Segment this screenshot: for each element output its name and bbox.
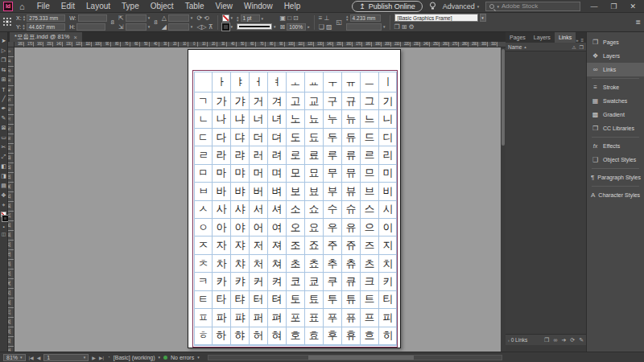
consonant-cell[interactable]: ㅅ bbox=[195, 201, 213, 219]
syllable-cell[interactable]: 투 bbox=[324, 291, 342, 309]
vowel-header-cell[interactable]: ㅡ bbox=[361, 72, 379, 93]
consonant-cell[interactable]: ㄴ bbox=[195, 110, 213, 128]
syllable-cell[interactable]: 처 bbox=[250, 255, 268, 273]
syllable-cell[interactable]: 티 bbox=[379, 291, 398, 309]
syllable-cell[interactable]: 켜 bbox=[268, 273, 287, 290]
vertical-scrollbar-thumb[interactable] bbox=[502, 49, 505, 146]
syllable-cell[interactable]: 코 bbox=[287, 273, 305, 290]
horizontal-scrollbar[interactable] bbox=[208, 355, 502, 360]
consonant-cell[interactable]: ㅎ bbox=[195, 327, 213, 345]
stroke-type-dropdown[interactable] bbox=[237, 23, 272, 30]
y-position-field[interactable]: 44.667 mm bbox=[27, 23, 65, 31]
syllable-cell[interactable]: 자 bbox=[213, 237, 231, 254]
corner-radius-field[interactable]: 4.233 mm bbox=[350, 14, 381, 22]
syllable-cell[interactable]: 모 bbox=[287, 165, 305, 183]
syllable-cell[interactable]: 라 bbox=[213, 146, 231, 164]
syllable-cell[interactable]: 크 bbox=[361, 273, 379, 290]
syllable-cell[interactable]: 츠 bbox=[361, 255, 379, 273]
syllable-cell[interactable]: 터 bbox=[250, 291, 268, 309]
syllable-cell[interactable]: 퍼 bbox=[250, 309, 268, 327]
syllable-cell[interactable]: 휴 bbox=[342, 327, 361, 345]
next-page-button[interactable]: ▶ bbox=[92, 355, 96, 360]
syllable-cell[interactable]: 텨 bbox=[268, 291, 287, 309]
syllable-cell[interactable]: 초 bbox=[287, 255, 305, 273]
menu-window[interactable]: Window bbox=[238, 0, 279, 13]
vowel-header-cell[interactable]: ㅜ bbox=[324, 72, 342, 93]
syllable-cell[interactable]: 추 bbox=[324, 255, 342, 273]
vowel-header-cell[interactable]: ㅕ bbox=[268, 72, 287, 93]
syllable-cell[interactable]: 브 bbox=[361, 183, 379, 200]
syllable-cell[interactable]: 어 bbox=[250, 219, 268, 237]
scissors-tool[interactable]: ✂ bbox=[0, 142, 8, 152]
syllable-cell[interactable]: 갸 bbox=[231, 93, 250, 110]
dock-item-effects[interactable]: fxEffects bbox=[587, 139, 644, 153]
type-tool[interactable]: T bbox=[0, 84, 8, 94]
horizontal-scrollbar-thumb[interactable] bbox=[308, 356, 414, 360]
syllable-cell[interactable]: 먀 bbox=[231, 165, 250, 183]
syllable-cell[interactable]: 벼 bbox=[268, 183, 287, 200]
select-content-icon[interactable]: □ bbox=[287, 14, 291, 22]
syllable-cell[interactable]: 쳐 bbox=[268, 255, 287, 273]
syllable-cell[interactable]: 누 bbox=[324, 110, 342, 128]
syllable-cell[interactable]: 타 bbox=[213, 291, 231, 309]
syllable-cell[interactable]: 샤 bbox=[231, 201, 250, 219]
syllable-cell[interactable]: 댜 bbox=[231, 129, 250, 146]
syllable-cell[interactable]: 트 bbox=[361, 291, 379, 309]
last-page-button[interactable]: ▶| bbox=[99, 355, 104, 360]
width-field[interactable] bbox=[78, 14, 107, 22]
rectangle-tool[interactable]: ▭ bbox=[0, 133, 8, 142]
wrap-bounding-icon[interactable]: ⊥ bbox=[324, 14, 329, 22]
rotate-ccw-icon[interactable]: ⟲ bbox=[204, 14, 209, 22]
consonant-cell[interactable]: ㄱ bbox=[195, 93, 213, 110]
content-collector-tool[interactable]: ⊞ bbox=[0, 75, 8, 84]
document-tab[interactable]: *모음표.indd @ 81% × bbox=[10, 32, 82, 42]
gap-tool[interactable]: ⇆ bbox=[0, 65, 8, 75]
dock-item-object-styles[interactable]: ❑Object Styles bbox=[587, 153, 644, 167]
reference-point-proxy[interactable] bbox=[3, 18, 12, 27]
syllable-cell[interactable]: 로 bbox=[287, 146, 305, 164]
fit-content-icon[interactable]: ⊞ bbox=[402, 23, 407, 31]
syllable-cell[interactable]: 뷰 bbox=[342, 183, 361, 200]
syllable-cell[interactable]: 치 bbox=[379, 255, 398, 273]
restore-button[interactable]: ❐ bbox=[607, 2, 620, 10]
syllable-cell[interactable]: 표 bbox=[305, 309, 324, 327]
menu-layout[interactable]: Layout bbox=[80, 0, 116, 13]
syllable-cell[interactable]: 저 bbox=[250, 237, 268, 254]
syllable-cell[interactable]: 부 bbox=[324, 183, 342, 200]
previous-page-button[interactable]: ◀ bbox=[37, 355, 41, 360]
syllable-cell[interactable]: 뎌 bbox=[268, 129, 287, 146]
syllable-cell[interactable]: 르 bbox=[361, 146, 379, 164]
scale-y-field[interactable] bbox=[126, 23, 147, 31]
syllable-cell[interactable]: 펴 bbox=[268, 309, 287, 327]
menu-table[interactable]: Table bbox=[180, 0, 210, 13]
vowel-header-cell[interactable]: ㅣ bbox=[379, 72, 398, 93]
rotate-cw-icon[interactable]: ⟳ bbox=[196, 14, 202, 22]
note-tool[interactable]: ▤ bbox=[0, 181, 8, 191]
feather-icon[interactable]: ▨ bbox=[326, 23, 332, 31]
rotation-angle-field[interactable] bbox=[168, 14, 189, 22]
syllable-cell[interactable]: 슈 bbox=[342, 201, 361, 219]
ruler-origin[interactable] bbox=[8, 42, 14, 47]
syllable-cell[interactable]: 다 bbox=[213, 129, 231, 146]
syllable-cell[interactable]: 하 bbox=[213, 327, 231, 345]
update-link-icon[interactable]: ⟳ bbox=[570, 337, 575, 343]
syllable-cell[interactable]: 느 bbox=[361, 110, 379, 128]
syllable-cell[interactable]: 효 bbox=[305, 327, 324, 345]
free-transform-tool[interactable]: ⤢ bbox=[0, 152, 8, 162]
effects-icon[interactable]: ⊡ bbox=[293, 14, 299, 22]
syllable-cell[interactable]: 며 bbox=[268, 165, 287, 183]
syllable-cell[interactable]: 구 bbox=[324, 93, 342, 110]
syllable-cell[interactable]: 려 bbox=[268, 146, 287, 164]
syllable-cell[interactable]: 노 bbox=[287, 110, 305, 128]
collapse-panels-icon[interactable]: » bbox=[576, 38, 578, 43]
corner-options-icon[interactable]: ◱ bbox=[336, 19, 343, 26]
syllable-cell[interactable]: 야 bbox=[231, 219, 250, 237]
syllable-cell[interactable]: 죠 bbox=[305, 237, 324, 254]
consonant-cell[interactable]: ㅊ bbox=[195, 255, 213, 273]
syllable-cell[interactable]: 리 bbox=[379, 146, 398, 164]
syllable-cell[interactable]: 쿠 bbox=[324, 273, 342, 290]
syllable-cell[interactable]: 냐 bbox=[231, 110, 250, 128]
dock-item-paragraph-styles[interactable]: ¶Paragraph Styles bbox=[587, 171, 644, 184]
syllable-cell[interactable]: 지 bbox=[379, 237, 398, 254]
publish-online-button[interactable]: ↥ Publish Online bbox=[352, 1, 423, 12]
